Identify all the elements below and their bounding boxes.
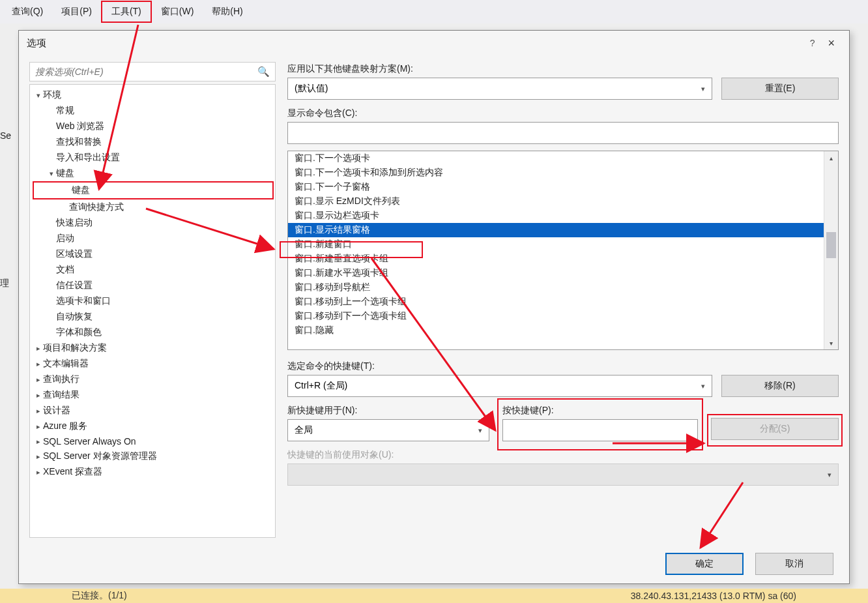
tree-doc[interactable]: 文档 <box>31 262 274 278</box>
remove-button[interactable]: 移除(R) <box>721 375 839 397</box>
command-item[interactable]: 窗口.移动到导航栏 <box>288 280 824 295</box>
status-left: 已连接。(1/1) <box>72 590 127 602</box>
command-item[interactable]: 窗口.隐藏 <box>288 323 824 338</box>
contains-input[interactable] <box>287 122 839 144</box>
tree-xevent[interactable]: ▸XEvent 探查器 <box>31 464 274 480</box>
command-item[interactable]: 窗口.显示 EzMDI文件列表 <box>288 194 824 209</box>
mapping-combo[interactable]: (默认值) ▾ <box>287 78 712 100</box>
mapping-value: (默认值) <box>295 83 328 95</box>
close-button[interactable]: × <box>821 34 841 53</box>
scroll-thumb[interactable] <box>826 232 836 258</box>
scope-combo[interactable]: 全局 ▾ <box>287 419 489 441</box>
current-use-combo: ▾ <box>287 463 839 486</box>
tree-font[interactable]: 字体和颜色 <box>31 325 274 340</box>
command-item[interactable]: 窗口.下一个选项卡 <box>288 151 824 166</box>
command-item[interactable]: 窗口.下一个子窗格 <box>288 180 824 194</box>
chevron-down-icon: ▾ <box>478 426 482 435</box>
scroll-track[interactable] <box>824 164 838 336</box>
command-item[interactable]: 窗口.新建窗口 <box>288 237 824 252</box>
left-strip-a: Se <box>0 130 16 141</box>
menu-project[interactable]: 项目(P) <box>52 2 101 22</box>
label-scope: 新快捷键用于(N): <box>287 405 489 417</box>
tree-qexec[interactable]: ▸查询执行 <box>31 372 274 387</box>
menu-help[interactable]: 帮助(H) <box>203 2 252 22</box>
tree-region[interactable]: 区域设置 <box>31 246 274 262</box>
command-item[interactable]: 窗口.新建垂直选项卡组 <box>288 252 824 266</box>
right-panel: 应用以下其他键盘映射方案(M): (默认值) ▾ 重置(E) 显示命令包含(C)… <box>287 62 839 538</box>
left-panel: 🔍 ▾环境 常规 Web 浏览器 查找和替换 导入和导出设置 ▾键盘 键盘 查询… <box>29 62 276 538</box>
tree-always[interactable]: ▸SQL Server Always On <box>31 434 274 449</box>
command-item[interactable]: 窗口.移动到上一个选项卡组 <box>288 295 824 309</box>
tree-designer[interactable]: ▸设计器 <box>31 403 274 419</box>
tree-general[interactable]: 常规 <box>31 103 274 119</box>
label-current-shortcut: 选定命令的快捷键(T): <box>287 360 839 372</box>
command-list[interactable]: 窗口.下一个选项卡窗口.下一个选项卡和添加到所选内容窗口.下一个子窗格窗口.显示… <box>288 151 824 349</box>
cancel-button[interactable]: 取消 <box>755 553 833 575</box>
ok-button[interactable]: 确定 <box>665 553 744 575</box>
command-item[interactable]: 窗口.下一个选项卡和添加到所选内容 <box>288 166 824 180</box>
menu-query[interactable]: 查询(Q) <box>3 2 52 22</box>
tree-env[interactable]: ▾环境 <box>31 87 274 103</box>
tree-auto[interactable]: 自动恢复 <box>31 309 274 325</box>
command-item[interactable]: 窗口.移动到下一个选项卡组 <box>288 309 824 323</box>
chevron-down-icon: ▾ <box>828 471 832 479</box>
search-input[interactable] <box>35 66 257 77</box>
tree-web[interactable]: Web 浏览器 <box>31 119 274 134</box>
tree-kb-parent[interactable]: ▾键盘 <box>31 166 274 181</box>
left-strip: Se 理 <box>0 130 16 426</box>
tree-azure[interactable]: ▸Azure 服务 <box>31 419 274 434</box>
chevron-down-icon: ▾ <box>701 85 705 93</box>
search-box[interactable]: 🔍 <box>29 62 276 81</box>
press-shortcut-input[interactable] <box>502 419 698 441</box>
label-current-use: 快捷键的当前使用对象(U): <box>287 449 839 461</box>
dialog-titlebar: 选项 ? × <box>19 31 849 55</box>
status-right: 38.240.43.131,21433 (13.0 RTM) sa (60) <box>631 591 796 601</box>
search-icon[interactable]: 🔍 <box>257 66 270 78</box>
label-contains: 显示命令包含(C): <box>287 108 839 119</box>
current-shortcut-value: Ctrl+R (全局) <box>295 380 347 392</box>
tree-import[interactable]: 导入和导出设置 <box>31 150 274 166</box>
left-strip-b: 理 <box>0 278 16 289</box>
dialog-footer: 确定 取消 <box>19 544 849 583</box>
help-button[interactable]: ? <box>803 35 822 51</box>
current-shortcut-combo[interactable]: Ctrl+R (全局) ▾ <box>287 375 712 397</box>
label-press: 按快捷键(P): <box>502 405 698 417</box>
command-list-wrap: 窗口.下一个选项卡窗口.下一个选项卡和添加到所选内容窗口.下一个子窗格窗口.显示… <box>287 151 839 350</box>
status-bar: 已连接。(1/1) 38.240.43.131,21433 (13.0 RTM)… <box>0 589 868 603</box>
scope-value: 全局 <box>295 424 313 436</box>
options-dialog: 选项 ? × 🔍 ▾环境 常规 Web 浏览器 查找和替换 导入和导出设置 ▾键… <box>18 30 850 584</box>
command-item[interactable]: 窗口.显示边栏选项卡 <box>288 209 824 223</box>
tree-tabs[interactable]: 选项卡和窗口 <box>31 293 274 309</box>
chevron-down-icon: ▾ <box>701 382 705 390</box>
tree-qres[interactable]: ▸查询结果 <box>31 387 274 403</box>
tree-startup[interactable]: 启动 <box>31 231 274 246</box>
tree-keyboard[interactable]: 键盘 <box>34 183 272 198</box>
menu-tools[interactable]: 工具(T) <box>101 1 152 23</box>
label-mapping: 应用以下其他键盘映射方案(M): <box>287 63 839 75</box>
tree-objmgr[interactable]: ▸SQL Server 对象资源管理器 <box>31 449 274 464</box>
tree-find[interactable]: 查找和替换 <box>31 134 274 150</box>
menu-window[interactable]: 窗口(W) <box>152 2 203 22</box>
tree-editor[interactable]: ▸文本编辑器 <box>31 356 274 372</box>
assign-button[interactable]: 分配(S) <box>711 418 839 440</box>
command-item[interactable]: 窗口.新建水平选项卡组 <box>288 266 824 280</box>
reset-button[interactable]: 重置(E) <box>721 78 839 100</box>
menu-bar: 查询(Q) 项目(P) 工具(T) 窗口(W) 帮助(H) <box>0 0 868 23</box>
dialog-title: 选项 <box>27 37 803 50</box>
scrollbar[interactable]: ▴ ▾ <box>824 151 838 349</box>
tree-qshort[interactable]: 查询快捷方式 <box>31 199 274 215</box>
tree-trust[interactable]: 信任设置 <box>31 278 274 293</box>
command-item[interactable]: 窗口.显示结果窗格 <box>288 223 824 237</box>
scroll-up-icon[interactable]: ▴ <box>824 151 838 164</box>
scroll-down-icon[interactable]: ▾ <box>824 336 838 349</box>
tree-proj[interactable]: ▸项目和解决方案 <box>31 340 274 356</box>
tree-quick[interactable]: 快速启动 <box>31 215 274 231</box>
options-tree[interactable]: ▾环境 常规 Web 浏览器 查找和替换 导入和导出设置 ▾键盘 键盘 查询快捷… <box>29 84 276 538</box>
